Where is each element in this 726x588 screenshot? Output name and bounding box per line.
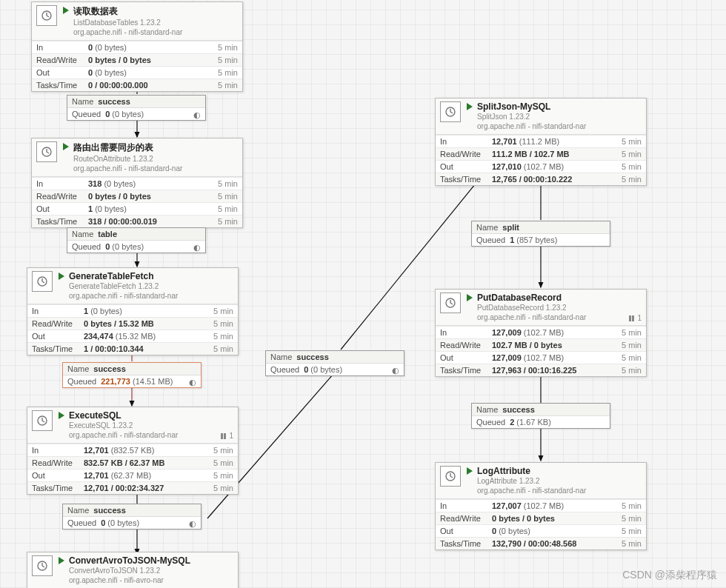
proc-type: ExecuteSQL 1.23.2 [69, 421, 178, 430]
proc-title: LogAttribute [477, 466, 586, 476]
run-state-icon [59, 412, 64, 419]
processor-icon [32, 410, 53, 431]
run-state-icon [467, 467, 473, 475]
processor-icon [36, 5, 57, 26]
processor-icon [32, 271, 53, 292]
svg-rect-15 [224, 433, 226, 439]
connection-success-backpressure[interactable]: Namesuccess Queued221,773 (14.51 MB)◐ [62, 362, 202, 388]
processor-split-json[interactable]: SplitJson-MySQL SplitJson 1.23.2 org.apa… [435, 98, 647, 186]
processor-icon [36, 141, 57, 162]
stats-table: In12,701 (832.57 KB)5 min Read/Write832.… [27, 444, 238, 494]
processor-icon [440, 101, 461, 122]
proc-bundle: org.apache.nifi - nifi-avro-nar [69, 575, 190, 585]
connection-split[interactable]: Namesplit Queued1 (857 bytes) [471, 221, 610, 247]
proc-title: PutDatabaseRecord [477, 293, 586, 303]
proc-type: PutDatabaseRecord 1.23.2 [477, 303, 586, 313]
proc-title: SplitJson-MySQL [477, 101, 586, 112]
stats-table: In12,701 (111.2 MB)5 min Read/Write111.2… [436, 135, 646, 185]
processor-list-database-tables[interactable]: 读取数据表 ListDatabaseTables 1.23.2 org.apac… [31, 1, 243, 92]
stats-table: In318 (0 bytes)5 min Read/Write0 bytes /… [32, 177, 242, 227]
processor-icon [440, 293, 461, 313]
processor-route-on-attribute[interactable]: 路由出需要同步的表 RouteOnAttribute 1.23.2 org.ap… [31, 138, 243, 228]
proc-type: SplitJson 1.23.2 [477, 112, 586, 121]
proc-type: GenerateTableFetch 1.23.2 [69, 281, 178, 291]
processor-convert-avro-to-json[interactable]: ConvertAvroToJSON-MySQL ConvertAvroToJSO… [27, 552, 239, 588]
processor-generate-table-fetch[interactable]: GenerateTableFetch GenerateTableFetch 1.… [27, 267, 239, 355]
proc-bundle: org.apache.nifi - nifi-standard-nar [69, 291, 178, 301]
run-state-icon [63, 143, 69, 150]
processor-log-attribute[interactable]: LogAttribute LogAttribute 1.23.2 org.apa… [435, 462, 647, 550]
active-threads-badge: 1 [628, 314, 642, 322]
watermark: CSDN @添柴程序猿 [622, 569, 717, 582]
proc-title: ExecuteSQL [69, 410, 178, 421]
proc-title: ConvertAvroToJSON-MySQL [69, 555, 190, 566]
connection-success-1[interactable]: Namesuccess Queued0 (0 bytes)◐ [67, 95, 206, 121]
proc-bundle: org.apache.nifi - nifi-standard-nar [69, 430, 178, 440]
proc-bundle: org.apache.nifi - nifi-standard-nar [477, 313, 586, 322]
backpressure-icon: ◐ [193, 243, 201, 250]
run-state-icon [467, 103, 473, 110]
proc-type: LogAttribute 1.23.2 [477, 476, 586, 486]
svg-rect-16 [629, 315, 631, 321]
connection-success-4[interactable]: Namesuccess Queued0 (0 bytes)◐ [62, 504, 202, 529]
backpressure-icon: ◐ [392, 366, 399, 373]
proc-bundle: org.apache.nifi - nifi-standard-nar [477, 121, 586, 131]
proc-bundle: org.apache.nifi - nifi-standard-nar [73, 27, 182, 37]
connection-success-5[interactable]: Namesuccess Queued0 (0 bytes)◐ [265, 350, 404, 376]
svg-rect-17 [632, 315, 634, 321]
proc-type: ListDatabaseTables 1.23.2 [73, 18, 182, 27]
proc-bundle: org.apache.nifi - nifi-standard-nar [73, 164, 182, 173]
backpressure-icon: ◐ [189, 519, 196, 527]
stats-table: In127,009 (102.7 MB)5 min Read/Write102.… [436, 326, 646, 376]
run-state-icon [59, 557, 64, 564]
processor-put-database-record[interactable]: PutDatabaseRecord PutDatabaseRecord 1.23… [435, 289, 647, 377]
proc-title: 读取数据表 [73, 5, 182, 18]
run-state-icon [63, 7, 69, 14]
proc-bundle: org.apache.nifi - nifi-standard-nar [477, 486, 586, 495]
stats-table: In127,007 (102.7 MB)5 min Read/Write0 by… [436, 499, 646, 549]
processor-icon [440, 466, 461, 487]
processor-execute-sql[interactable]: ExecuteSQL ExecuteSQL 1.23.2 org.apache.… [27, 407, 239, 495]
processor-icon [32, 555, 53, 576]
backpressure-icon: ◐ [189, 378, 196, 385]
proc-title: 路由出需要同步的表 [73, 141, 182, 154]
connection-table[interactable]: Nametable Queued0 (0 bytes)◐ [67, 227, 206, 253]
stats-table: In1 (0 bytes)5 min Read/Write0 bytes / 1… [27, 304, 238, 355]
proc-title: GenerateTableFetch [69, 271, 178, 281]
active-threads-badge: 1 [220, 432, 233, 440]
proc-type: ConvertAvroToJSON 1.23.2 [69, 566, 190, 575]
run-state-icon [467, 294, 473, 301]
proc-type: RouteOnAttribute 1.23.2 [73, 154, 182, 164]
run-state-icon [59, 273, 64, 280]
backpressure-icon: ◐ [193, 110, 201, 118]
stats-table: In0 (0 bytes)5 min Read/Write0 bytes / 0… [32, 41, 242, 91]
svg-rect-14 [221, 433, 223, 439]
connection-success-7[interactable]: Namesuccess Queued2 (1.67 KB) [471, 403, 610, 429]
